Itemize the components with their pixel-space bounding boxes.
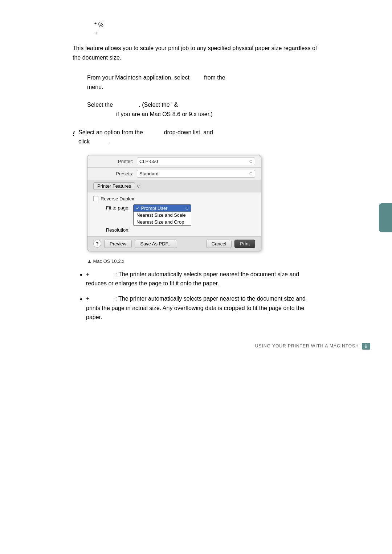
presets-arrow-icon: ⬡ — [249, 172, 253, 176]
instruction3-dropdown: drop-down list, and — [164, 129, 213, 135]
instruction3-period: . — [109, 138, 110, 144]
bullet1-suffix: : The printer automatically selects pape… — [86, 271, 299, 287]
instruction3-text: Select an option from the drop-down list… — [78, 128, 319, 146]
resolution-label: Resolution: — [93, 227, 130, 233]
bullet-dot-1: • — [80, 270, 82, 280]
fit-option-crop[interactable]: Nearest Size and Crop — [134, 219, 191, 225]
bullet2-suffix: : The printer automatically selects pape… — [86, 296, 306, 320]
symbol-line1: * % — [94, 22, 319, 28]
intro-paragraph: This feature allows you to scale your pr… — [73, 44, 319, 62]
resolution-row: Resolution: — [93, 227, 255, 233]
fit-to-page-dropdown[interactable]: ✓ Prompt User ⬡ Nearest Size and Scale N… — [133, 204, 191, 226]
presets-value: Standard — [139, 171, 159, 176]
presets-label: Presets: — [93, 171, 133, 176]
printer-label: Printer: — [93, 159, 133, 164]
bullet-list: • + : The printer automatically selects … — [80, 270, 319, 322]
bullet-item-1-text: + : The printer automatically selects pa… — [86, 270, 319, 288]
save-as-pdf-button[interactable]: Save As PDF... — [135, 240, 177, 248]
instruction-block-2: Select the . (Select the ' & if you are … — [87, 100, 319, 119]
caption-icon: ▲ — [87, 258, 92, 264]
fit-selected-option[interactable]: ✓ Prompt User ⬡ — [134, 205, 191, 212]
preview-button[interactable]: Preview — [104, 240, 132, 248]
features-row: Printer Features ⬡ — [87, 180, 261, 192]
instruction2-line1: Select the — [87, 102, 113, 108]
presets-row: Presets: Standard ⬡ — [87, 168, 261, 180]
bullet-symbols: * % + — [94, 22, 319, 36]
print-button[interactable]: Print — [234, 240, 255, 248]
instruction3-line1: Select an option from the — [78, 129, 143, 135]
features-arrow-icon: ⬡ — [137, 184, 140, 188]
checkbox-label: Reverse Duplex — [101, 196, 134, 201]
bullet1-prefix: + — [86, 271, 91, 277]
instruction-block-3: ! Select an option from the drop-down li… — [73, 128, 319, 146]
printer-arrow-icon: ⬡ — [249, 159, 253, 163]
instruction1-suffix: menu. — [87, 84, 103, 90]
reverse-duplex-checkbox[interactable] — [93, 196, 98, 201]
dialog-footer: ? Preview Save As PDF... Cancel Print — [87, 237, 261, 251]
fit-option-scale[interactable]: Nearest Size and Scale — [134, 212, 191, 219]
exclamation-icon: ! — [73, 129, 75, 139]
help-button[interactable]: ? — [93, 240, 101, 248]
cancel-button[interactable]: Cancel — [206, 240, 232, 248]
fit-label: Fit to page: — [93, 204, 130, 211]
bullet-dot-2: • — [80, 294, 82, 304]
fit-selected-text: ✓ Prompt User — [136, 205, 168, 211]
page-content: * % + This feature allows you to scale y… — [0, 0, 392, 364]
instruction3-line2: click — [78, 138, 90, 144]
instruction2-line3: if you are an Mac OS 8.6 or 9.x user.) — [116, 111, 213, 117]
printer-select[interactable]: CLP-550 ⬡ — [137, 158, 255, 165]
printer-value: CLP-550 — [139, 159, 158, 164]
checkbox-row: Reverse Duplex — [93, 196, 255, 201]
bullet-item-2-text: + : The printer automatically selects pa… — [86, 294, 319, 322]
instruction-block-1: From your Macintosh application, select … — [87, 73, 319, 91]
fit-arrow-icon: ⬡ — [185, 206, 189, 210]
footer-label: Using Your Printer with a Macintosh — [255, 343, 359, 349]
printer-row: Printer: CLP-550 ⬡ — [87, 155, 261, 168]
page-footer: Using Your Printer with a Macintosh 9 — [255, 343, 370, 350]
symbol-line2: + — [94, 30, 319, 36]
instruction1-text: From your Macintosh application, select — [87, 74, 189, 81]
bullet-item-1: • + : The printer automatically selects … — [80, 270, 319, 288]
instruction1-highlight: from the — [204, 74, 225, 81]
bullet-item-2: • + : The printer automatically selects … — [80, 294, 319, 322]
page-number: 9 — [362, 343, 370, 350]
printer-features-button[interactable]: Printer Features — [93, 182, 135, 190]
dialog-caption: ▲ Mac OS 10.2.x — [87, 258, 319, 264]
bullet2-prefix: + — [86, 296, 91, 302]
print-dialog: Printer: CLP-550 ⬡ Presets: Standard ⬡ P… — [87, 155, 261, 251]
caption-text: Mac OS 10.2.x — [93, 258, 124, 264]
instruction2-line2: . (Select the ' & — [139, 102, 178, 108]
fit-to-page-row: Fit to page: ✓ Prompt User ⬡ Nearest Siz… — [93, 204, 255, 226]
presets-select[interactable]: Standard ⬡ — [137, 170, 255, 178]
dialog-content-area: Reverse Duplex Fit to page: ✓ Prompt Use… — [87, 192, 261, 237]
print-dialog-wrapper: Printer: CLP-550 ⬡ Presets: Standard ⬡ P… — [87, 155, 319, 251]
side-tab — [379, 203, 392, 232]
